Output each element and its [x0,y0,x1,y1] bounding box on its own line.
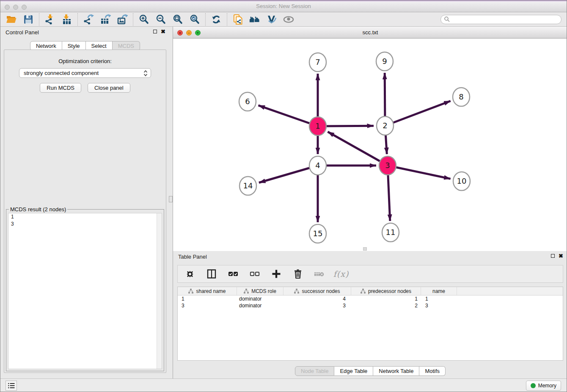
graph-node-6[interactable]: 6 [239,92,256,111]
memory-button[interactable]: Memory [526,381,561,391]
flag-hierarchy-icon [361,289,366,294]
table-settings-icon[interactable] [184,268,195,279]
cell-predecessor-nodes[interactable]: 1 [351,295,421,302]
select-all-icon[interactable] [228,268,239,279]
graph-node-14[interactable]: 14 [239,177,256,195]
cell-successor-nodes[interactable]: 4 [284,295,351,302]
delete-row-icon[interactable] [292,268,303,279]
search-input[interactable] [450,15,561,24]
save-session-icon[interactable] [22,14,34,25]
cell-name[interactable]: 1 [421,295,457,302]
canvas-scroll-handle[interactable] [363,247,367,251]
close-panel-icon[interactable]: ✖ [161,29,165,34]
search-field[interactable] [440,15,561,24]
task-history-button[interactable] [6,381,17,391]
graph-node-10[interactable]: 10 [453,172,470,190]
graph-node-11[interactable]: 11 [382,223,399,242]
export-image-icon[interactable] [116,14,128,25]
graph-node-9[interactable]: 9 [376,52,393,71]
export-table-icon[interactable] [99,14,111,25]
main-toolbar [0,12,567,27]
control-panel-title: Control Panel [6,29,39,36]
dropdown-stepper-icon [143,70,148,77]
export-network-icon[interactable] [83,14,94,25]
panel-divider-grip[interactable] [169,196,173,202]
run-mcds-button[interactable]: Run MCDS [40,83,81,93]
toolbar-separator [205,13,206,26]
network-canvas[interactable]: 7968124314101511 [173,39,567,251]
svg-text:11: 11 [386,228,396,237]
cell-name[interactable]: 3 [421,302,457,309]
result-scrollbar[interactable] [157,213,162,369]
cell-successor-nodes[interactable]: 3 [284,302,351,309]
column-layout-icon[interactable] [206,268,217,279]
graph-node-3[interactable]: 3 [379,156,396,175]
column-header-predecessor-nodes[interactable]: predecessor nodes [351,287,421,295]
open-session-icon[interactable] [6,14,17,25]
close-table-panel-icon[interactable]: ✖ [559,254,563,258]
toolbar-separator [227,13,227,26]
svg-text:4: 4 [315,161,320,170]
graph-edge-3-1[interactable] [328,132,388,166]
svg-text:6: 6 [245,97,250,106]
cell-shared-name[interactable]: 1 [178,295,237,302]
column-filler [457,287,563,295]
show-details-eye-icon[interactable] [283,14,295,25]
cell-shared-name[interactable]: 3 [178,302,237,309]
svg-text:14: 14 [243,181,253,190]
graph-edge-3-10[interactable] [388,166,451,179]
search-icon [444,16,450,22]
svg-text:3: 3 [385,161,390,170]
apply-layout-icon[interactable] [210,14,222,25]
home-icon[interactable] [249,14,261,25]
graph-node-8[interactable]: 8 [453,88,470,106]
graph-node-2[interactable]: 2 [377,116,394,135]
graph-edge-1-6[interactable] [259,105,318,126]
graph-node-15[interactable]: 15 [309,224,326,243]
flag-hierarchy-icon [244,289,249,294]
list-icon [7,381,16,390]
column-header-mcds-role[interactable]: MCDS role [237,287,284,295]
network-graph[interactable]: 7968124314101511 [173,39,567,251]
column-header-name[interactable]: name [421,287,457,295]
function-builder-icon[interactable]: f(x) [336,268,347,279]
clone-network-icon[interactable] [232,14,244,25]
tab-edge-table[interactable]: Edge Table [334,366,373,376]
graph-node-7[interactable]: 7 [309,53,326,72]
tab-motifs[interactable]: Motifs [419,366,446,376]
import-network-icon[interactable] [44,14,56,25]
graph-node-1[interactable]: 1 [309,117,326,135]
visual-styles-icon[interactable] [266,14,278,25]
graph-edge-4-14[interactable] [259,166,318,183]
network-view-window: × − + scc.txt 7968124314101511 [173,27,567,251]
cell-mcds-role[interactable]: dominator [237,302,284,309]
column-header-successor-nodes[interactable]: successor nodes [284,287,351,295]
close-panel-button[interactable]: Close panel [88,83,130,93]
add-row-icon[interactable] [271,268,282,279]
mcds-result-text[interactable]: 1 3 [8,213,162,369]
delete-column-icon[interactable] [314,268,325,279]
zoom-out-icon[interactable] [155,14,167,25]
graph-edge-2-8[interactable] [385,101,451,126]
tab-node-table[interactable]: Node Table [295,366,335,376]
zoom-in-icon[interactable] [138,14,150,25]
graph-node-4[interactable]: 4 [309,156,326,175]
float-panel-icon[interactable] [153,30,157,33]
node-table[interactable]: shared name MCDS role successor nodes pr… [177,287,563,361]
table-row[interactable]: 3 dominator 3 2 3 [178,302,563,309]
table-panel-title: Table Panel [178,254,207,260]
zoom-fit-icon[interactable] [172,14,184,25]
criterion-dropdown[interactable]: strongly connected component [19,68,151,78]
flag-hierarchy-icon [294,289,299,294]
table-row[interactable]: 1 dominator 4 1 1 [178,295,563,302]
deselect-all-icon[interactable] [249,268,260,279]
column-header-shared-name[interactable]: shared name [178,287,237,295]
float-table-panel-icon[interactable] [551,254,555,258]
tab-network-table[interactable]: Network Table [373,366,419,376]
mcds-result-title: MCDS result (2 nodes) [9,206,67,213]
svg-text:9: 9 [382,57,387,66]
cell-predecessor-nodes[interactable]: 2 [351,302,421,309]
import-table-icon[interactable] [61,14,73,25]
zoom-selected-icon[interactable] [189,14,201,25]
cell-mcds-role[interactable]: dominator [237,295,284,302]
